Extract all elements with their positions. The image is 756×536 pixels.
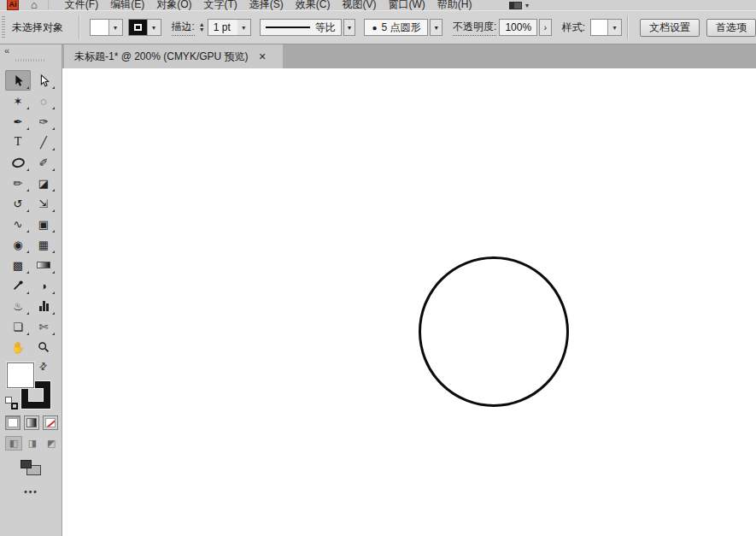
chevron-down-icon[interactable]: ▾ bbox=[343, 19, 356, 36]
chevron-down-icon[interactable]: ▾ bbox=[430, 19, 442, 36]
type-icon: T bbox=[15, 136, 22, 148]
chevron-down-icon[interactable]: ▾ bbox=[148, 20, 161, 35]
eyedropper-tool[interactable] bbox=[5, 275, 31, 296]
pen-tool[interactable]: ✒ bbox=[5, 111, 31, 132]
fill-indicator[interactable] bbox=[7, 362, 34, 388]
blend-tool[interactable]: ◑ bbox=[31, 275, 56, 296]
menu-object[interactable]: 对象(O) bbox=[150, 0, 197, 10]
artboard-canvas[interactable] bbox=[62, 68, 756, 536]
slice-icon: ✄ bbox=[39, 321, 49, 333]
stroke-weight-combo[interactable]: 1 pt ▾ bbox=[208, 19, 251, 36]
separator bbox=[79, 15, 79, 39]
brush-dropdown[interactable]: ● 5 点圆形 bbox=[364, 19, 428, 36]
artboard-tool[interactable]: ❏ bbox=[5, 316, 31, 337]
chevron-down-icon[interactable]: ▾ bbox=[237, 20, 250, 35]
document-setup-button[interactable]: 文档设置 bbox=[640, 19, 700, 37]
zoom-tool[interactable] bbox=[31, 337, 56, 357]
default-fill-stroke-icon[interactable] bbox=[5, 397, 18, 409]
direct-selection-tool[interactable] bbox=[31, 70, 56, 91]
style-dropdown[interactable]: ▾ bbox=[590, 19, 622, 36]
slice-tool[interactable]: ✄ bbox=[31, 316, 56, 337]
opacity-more-button[interactable]: › bbox=[539, 19, 552, 36]
scale-icon: ⇲ bbox=[39, 198, 49, 209]
mesh-tool[interactable]: ▩ bbox=[5, 255, 31, 275]
workspace-switcher[interactable]: ▾ bbox=[509, 0, 529, 10]
panel-grip[interactable] bbox=[2, 16, 5, 38]
shaper-pencil-icon: ✏ bbox=[14, 178, 23, 189]
menu-type[interactable]: 文字(T) bbox=[198, 0, 243, 10]
chevron-down-icon: ▾ bbox=[525, 2, 529, 9]
rotate-tool[interactable]: ↺ bbox=[5, 193, 31, 214]
draw-behind-button[interactable]: ◨ bbox=[24, 436, 41, 451]
style-swatch[interactable] bbox=[591, 20, 608, 35]
rotate-icon: ↺ bbox=[14, 198, 23, 209]
eraser-tool[interactable]: ◪ bbox=[31, 173, 56, 193]
ellipse-shape[interactable] bbox=[419, 256, 569, 407]
collapse-panel-button[interactable]: « bbox=[4, 45, 9, 56]
none-icon bbox=[45, 418, 56, 427]
app-logo-icon: Ai bbox=[7, 0, 19, 10]
shape-builder-tool[interactable]: ◉ bbox=[5, 234, 31, 255]
ellipse-tool[interactable] bbox=[5, 152, 31, 173]
magic-wand-icon: ✶ bbox=[14, 96, 23, 107]
menu-help[interactable]: 帮助(H) bbox=[431, 0, 478, 10]
stroke-weight-value[interactable]: 1 pt bbox=[208, 21, 237, 33]
type-tool[interactable]: T bbox=[5, 132, 31, 152]
hand-tool[interactable]: ✋ bbox=[5, 337, 31, 357]
free-transform-tool[interactable]: ▣ bbox=[31, 214, 56, 234]
brush-dot-icon: ● bbox=[372, 23, 377, 32]
perspective-grid-tool[interactable]: ▦ bbox=[31, 234, 56, 255]
menu-view[interactable]: 视图(V) bbox=[337, 0, 383, 10]
stroke-swatch[interactable] bbox=[129, 20, 148, 35]
menu-file[interactable]: 文件(F) bbox=[59, 0, 104, 10]
home-icon[interactable]: ⌂ bbox=[31, 0, 38, 10]
stroke-weight-stepper[interactable]: ▲ ▼ bbox=[199, 22, 205, 32]
line-segment-tool[interactable]: ╱ bbox=[31, 132, 56, 152]
gradient-button[interactable] bbox=[24, 415, 39, 430]
menu-window[interactable]: 窗口(W) bbox=[383, 0, 431, 10]
selection-tool[interactable] bbox=[5, 70, 31, 91]
chevron-down-icon[interactable]: ▾ bbox=[608, 20, 621, 35]
stepper-down-icon[interactable]: ▼ bbox=[199, 27, 205, 32]
screen-mode-button[interactable] bbox=[21, 460, 41, 475]
edit-toolbar-button[interactable]: ••• bbox=[0, 487, 62, 497]
symbol-sprayer-tool[interactable]: ♨ bbox=[5, 296, 31, 316]
eraser-icon: ◪ bbox=[38, 178, 49, 189]
width-icon: ∿ bbox=[14, 219, 23, 230]
close-icon[interactable]: ✕ bbox=[259, 51, 267, 62]
fill-color-dropdown[interactable]: ▾ bbox=[90, 19, 123, 36]
stroke-weight-label[interactable]: 描边: bbox=[172, 20, 195, 36]
zoom-icon bbox=[39, 343, 46, 350]
swap-fill-stroke-icon[interactable]: ⇄ bbox=[37, 360, 50, 374]
free-transform-icon: ▣ bbox=[38, 219, 49, 230]
opacity-input[interactable]: 100% bbox=[499, 19, 537, 36]
width-tool[interactable]: ∿ bbox=[5, 214, 31, 234]
menu-items: 文件(F) 编辑(E) 对象(O) 文字(T) 选择(S) 效果(C) 视图(V… bbox=[59, 0, 478, 10]
magic-wand-tool[interactable]: ✶ bbox=[5, 91, 31, 111]
menu-select[interactable]: 选择(S) bbox=[243, 0, 290, 10]
color-button[interactable] bbox=[5, 415, 21, 430]
document-tab[interactable]: 未标题-1* @ 200% (CMYK/GPU 预览) ✕ bbox=[64, 44, 283, 68]
preferences-button[interactable]: 首选项 bbox=[706, 19, 756, 37]
selection-status-label: 未选择对象 bbox=[12, 21, 73, 35]
curvature-tool[interactable]: ✑ bbox=[31, 111, 56, 132]
stroke-color-dropdown[interactable]: ▾ bbox=[128, 19, 161, 36]
none-button[interactable] bbox=[43, 415, 58, 430]
panel-grip[interactable] bbox=[15, 59, 46, 62]
draw-normal-button[interactable]: ◧ bbox=[5, 436, 22, 451]
opacity-label[interactable]: 不透明度: bbox=[453, 20, 496, 36]
menu-effect[interactable]: 效果(C) bbox=[290, 0, 337, 10]
stroke-profile-dropdown[interactable]: 等比 bbox=[260, 19, 342, 36]
mini-fill-icon bbox=[5, 397, 12, 403]
chevron-down-icon[interactable]: ▾ bbox=[109, 20, 122, 35]
scale-tool[interactable]: ⇲ bbox=[31, 193, 56, 214]
draw-inside-button[interactable]: ◩ bbox=[43, 436, 60, 451]
column-graph-tool[interactable] bbox=[31, 296, 56, 316]
menu-edit[interactable]: 编辑(E) bbox=[104, 0, 150, 10]
fill-swatch[interactable] bbox=[91, 20, 109, 35]
shaper-tool[interactable]: ✏ bbox=[5, 173, 31, 193]
lasso-tool[interactable]: ◌ bbox=[31, 91, 56, 111]
paintbrush-tool[interactable]: ✐ bbox=[31, 152, 56, 173]
gradient-tool[interactable] bbox=[31, 255, 56, 275]
opacity-value[interactable]: 100% bbox=[500, 21, 536, 33]
